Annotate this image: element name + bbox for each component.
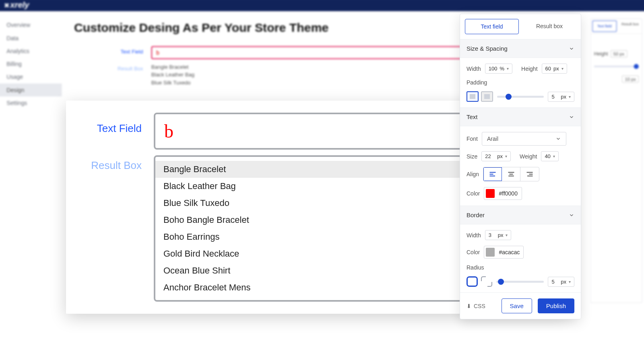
text-color-hex: #ff0000 xyxy=(499,190,517,197)
section-text[interactable]: Text xyxy=(460,107,581,126)
sidebar-item[interactable]: Usage xyxy=(6,70,58,83)
download-icon: ⬇ xyxy=(466,303,471,309)
section-size-spacing[interactable]: Size & Spacing xyxy=(460,39,581,58)
design-panel: Text field Result box Size & Spacing Wid… xyxy=(460,14,581,319)
tab-result-box[interactable]: Result box xyxy=(523,19,576,34)
bg-resultbox-label: Result Box xyxy=(74,63,151,72)
caret-down-icon: ▾ xyxy=(569,280,571,284)
chevron-down-icon xyxy=(569,114,574,120)
preview-textfield-label: Text Field xyxy=(73,113,154,135)
color-swatch xyxy=(486,189,495,198)
caret-down-icon: ▾ xyxy=(506,233,508,237)
weight-label: Weight xyxy=(520,153,537,160)
padding-slider[interactable] xyxy=(497,96,544,98)
sidebar-item[interactable]: Data xyxy=(6,31,58,44)
align-center-button[interactable] xyxy=(502,167,520,181)
sidebar-item[interactable]: Settings xyxy=(6,97,58,109)
sidebar-item[interactable]: Analytics xyxy=(6,45,58,58)
text-color-input[interactable]: #ff0000 xyxy=(484,187,522,200)
section-title: Border xyxy=(466,212,485,218)
section-border[interactable]: Border xyxy=(460,206,581,224)
padding-mode-all-icon[interactable] xyxy=(466,91,479,102)
radius-mode-all-icon[interactable] xyxy=(466,276,478,287)
align-right-button[interactable] xyxy=(520,167,539,181)
slider-thumb[interactable] xyxy=(506,94,512,100)
bg-design-panel: Text field Result box Height 50 px 10 px xyxy=(590,19,642,303)
font-select[interactable]: Arail xyxy=(482,132,566,146)
align-left-button[interactable] xyxy=(483,167,502,181)
radius-slider[interactable] xyxy=(496,281,544,283)
height-label: Height xyxy=(521,66,537,72)
slider-thumb[interactable] xyxy=(498,279,504,285)
padding-label: Padding xyxy=(466,79,487,86)
padding-mode-individual-icon[interactable] xyxy=(481,91,493,102)
chevron-down-icon xyxy=(569,212,574,218)
chevron-down-icon xyxy=(555,136,561,142)
font-weight-input[interactable]: 40 ▾ xyxy=(541,151,558,161)
radius-label: Radius xyxy=(466,264,484,271)
caret-down-icon: ▾ xyxy=(569,95,571,99)
width-label: Width xyxy=(466,66,481,72)
size-label: Size xyxy=(466,153,477,160)
bg-slider xyxy=(594,66,639,67)
bg-height-label: Height xyxy=(594,51,608,57)
section-title: Size & Spacing xyxy=(466,45,508,52)
caret-down-icon: ▾ xyxy=(505,154,507,158)
bg-textfield-label: Text Field xyxy=(74,46,151,55)
border-width-input[interactable]: 3 px ▾ xyxy=(485,230,512,240)
height-input[interactable]: 60 px ▾ xyxy=(542,64,567,74)
save-button[interactable]: Save xyxy=(502,298,532,313)
sidebar-item[interactable]: Overview xyxy=(6,19,58,31)
border-width-label: Width xyxy=(466,232,481,239)
sidebar: Overview Data Analytics Billing Usage De… xyxy=(0,11,58,362)
radius-value-input[interactable]: 5 px ▾ xyxy=(548,277,574,287)
radius-mode-individual-icon[interactable] xyxy=(481,276,492,287)
border-color-hex: #acacac xyxy=(499,249,520,255)
preview-resultbox-label: Result Box xyxy=(73,155,154,172)
align-label: Align xyxy=(466,171,479,177)
font-value: Arail xyxy=(487,136,498,142)
bg-tab: Result box xyxy=(618,19,642,33)
download-css-link[interactable]: ⬇ CSS xyxy=(466,303,485,309)
tab-text-field[interactable]: Text field xyxy=(465,19,519,34)
border-color-label: Color xyxy=(466,249,480,255)
padding-value-input[interactable]: 5 px ▾ xyxy=(548,92,574,102)
font-label: Font xyxy=(466,136,478,142)
preview-textfield-value: b xyxy=(164,121,173,142)
color-swatch xyxy=(486,248,495,257)
caret-down-icon: ▾ xyxy=(553,154,555,158)
top-nav: xrely xyxy=(0,0,644,11)
sidebar-item[interactable]: Billing xyxy=(6,58,58,70)
caret-down-icon: ▾ xyxy=(507,66,509,71)
publish-button[interactable]: Publish xyxy=(538,298,574,313)
sidebar-item-design[interactable]: Design xyxy=(0,84,62,97)
border-color-input[interactable]: #acacac xyxy=(484,246,523,259)
font-size-input[interactable]: 22 px ▾ xyxy=(481,151,511,161)
brand-name: xrely xyxy=(10,0,29,9)
chevron-down-icon xyxy=(569,46,574,51)
bg-tab: Text field xyxy=(592,21,617,32)
color-label: Color xyxy=(466,190,480,197)
width-input[interactable]: 100 % ▾ xyxy=(485,64,512,74)
section-title: Text xyxy=(466,113,478,120)
brand-logo xyxy=(4,0,10,9)
caret-down-icon: ▾ xyxy=(561,66,564,71)
